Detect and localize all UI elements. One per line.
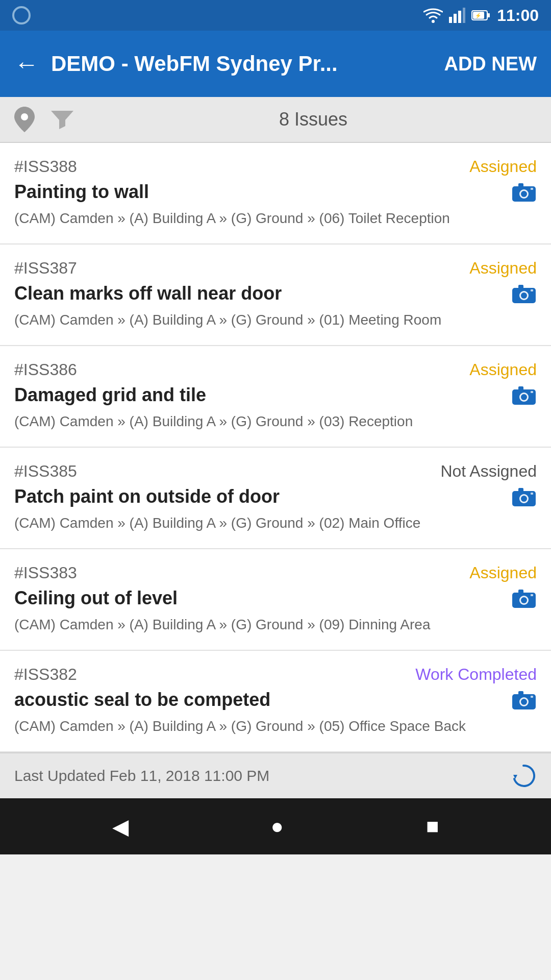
svg-text:⚡: ⚡ xyxy=(475,12,482,19)
filter-icon[interactable] xyxy=(51,109,73,130)
back-button[interactable]: ← xyxy=(14,50,39,78)
svg-rect-4 xyxy=(463,8,465,23)
issue-status: Assigned xyxy=(469,360,537,379)
issue-title-row: Damaged grid and tile xyxy=(14,384,537,406)
issue-item-ISS388[interactable]: #ISS388 Assigned Painting to wall (CAM) … xyxy=(0,143,551,244)
svg-rect-2 xyxy=(454,14,457,23)
issue-location: (CAM) Camden » (A) Building A » (G) Grou… xyxy=(14,208,537,229)
battery-icon: ⚡ xyxy=(471,10,491,21)
issue-item-ISS387[interactable]: #ISS387 Assigned Clean marks off wall ne… xyxy=(0,244,551,346)
camera-icon[interactable] xyxy=(511,181,537,203)
issue-title-row: Ceiling out of level xyxy=(14,587,537,609)
svg-rect-14 xyxy=(531,188,533,190)
camera-icon[interactable] xyxy=(511,587,537,609)
issue-header: #ISS382 Work Completed xyxy=(14,665,537,684)
svg-point-12 xyxy=(521,191,527,197)
status-bar-left xyxy=(12,6,31,24)
svg-point-22 xyxy=(521,394,527,400)
nav-home-button[interactable]: ● xyxy=(271,814,284,839)
issue-header: #ISS388 Assigned xyxy=(14,157,537,176)
svg-rect-18 xyxy=(518,285,523,289)
svg-point-0 xyxy=(432,20,435,23)
svg-rect-13 xyxy=(518,183,523,187)
footer: Last Updated Feb 11, 2018 11:00 PM xyxy=(0,752,551,798)
issue-title: Painting to wall xyxy=(14,181,149,203)
last-updated-text: Last Updated Feb 11, 2018 11:00 PM xyxy=(14,767,269,785)
issue-id: #ISS386 xyxy=(14,360,77,379)
issue-status: Work Completed xyxy=(415,665,537,684)
issue-item-ISS383[interactable]: #ISS383 Assigned Ceiling out of level (C… xyxy=(0,549,551,651)
nav-bar: ◀ ● ■ xyxy=(0,798,551,854)
svg-point-37 xyxy=(521,699,527,705)
svg-rect-39 xyxy=(531,696,533,698)
signal-icon xyxy=(449,8,465,23)
svg-rect-24 xyxy=(531,391,533,393)
location-icon[interactable] xyxy=(14,107,35,132)
issue-status: Assigned xyxy=(469,259,537,278)
issue-list: #ISS388 Assigned Painting to wall (CAM) … xyxy=(0,143,551,752)
issue-title-row: Patch paint on outside of door xyxy=(14,486,537,507)
issue-title: Clean marks off wall near door xyxy=(14,283,282,304)
issue-status: Assigned xyxy=(469,564,537,582)
nav-recent-button[interactable]: ■ xyxy=(426,814,439,839)
camera-icon[interactable] xyxy=(511,689,537,710)
issue-header: #ISS386 Assigned xyxy=(14,360,537,379)
status-indicator xyxy=(12,6,31,24)
svg-point-27 xyxy=(521,496,527,502)
issue-title: Ceiling out of level xyxy=(14,587,178,609)
svg-point-32 xyxy=(521,597,527,603)
issue-status: Assigned xyxy=(469,157,537,176)
svg-rect-3 xyxy=(458,11,461,23)
time-display: 11:00 xyxy=(497,6,539,25)
svg-rect-19 xyxy=(531,289,533,291)
issue-location: (CAM) Camden » (A) Building A » (G) Grou… xyxy=(14,512,537,534)
issue-title-row: acoustic seal to be competed xyxy=(14,689,537,710)
issue-id: #ISS382 xyxy=(14,665,77,684)
svg-point-9 xyxy=(21,113,28,120)
issue-header: #ISS387 Assigned xyxy=(14,259,537,278)
issue-id: #ISS385 xyxy=(14,462,77,481)
svg-rect-33 xyxy=(518,590,523,594)
svg-rect-34 xyxy=(531,594,533,596)
svg-rect-1 xyxy=(449,17,452,23)
filter-bar: 8 Issues xyxy=(0,97,551,143)
issue-count: 8 Issues xyxy=(90,109,537,130)
issue-item-ISS385[interactable]: #ISS385 Not Assigned Patch paint on outs… xyxy=(0,448,551,549)
issue-title-row: Clean marks off wall near door xyxy=(14,283,537,304)
issue-location: (CAM) Camden » (A) Building A » (G) Grou… xyxy=(14,716,537,737)
refresh-button[interactable] xyxy=(510,763,537,789)
issue-header: #ISS385 Not Assigned xyxy=(14,462,537,481)
issue-location: (CAM) Camden » (A) Building A » (G) Grou… xyxy=(14,614,537,635)
add-new-button[interactable]: ADD NEW xyxy=(444,53,537,75)
wifi-icon xyxy=(423,8,443,23)
svg-rect-23 xyxy=(518,386,523,390)
issue-item-ISS386[interactable]: #ISS386 Assigned Damaged grid and tile (… xyxy=(0,346,551,448)
svg-point-17 xyxy=(521,292,527,299)
issue-id: #ISS383 xyxy=(14,564,77,582)
page-title: DEMO - WebFM Sydney Pr... xyxy=(51,52,432,76)
svg-rect-38 xyxy=(518,691,523,695)
status-bar: ⚡ 11:00 xyxy=(0,0,551,31)
issue-location: (CAM) Camden » (A) Building A » (G) Grou… xyxy=(14,309,537,331)
issue-title: Damaged grid and tile xyxy=(14,384,206,406)
svg-rect-6 xyxy=(487,13,490,17)
issue-item-ISS382[interactable]: #ISS382 Work Completed acoustic seal to … xyxy=(0,651,551,752)
issue-location: (CAM) Camden » (A) Building A » (G) Grou… xyxy=(14,411,537,432)
issue-id: #ISS388 xyxy=(14,157,77,176)
issue-title-row: Painting to wall xyxy=(14,181,537,203)
issue-header: #ISS383 Assigned xyxy=(14,564,537,582)
status-bar-right: ⚡ 11:00 xyxy=(423,6,539,25)
camera-icon[interactable] xyxy=(511,384,537,406)
svg-rect-28 xyxy=(518,488,523,492)
issue-id: #ISS387 xyxy=(14,259,77,278)
issue-status: Not Assigned xyxy=(440,462,537,481)
issue-title: acoustic seal to be competed xyxy=(14,689,270,710)
nav-back-button[interactable]: ◀ xyxy=(112,814,129,839)
issue-title: Patch paint on outside of door xyxy=(14,486,280,507)
camera-icon[interactable] xyxy=(511,486,537,507)
camera-icon[interactable] xyxy=(511,283,537,304)
app-bar: ← DEMO - WebFM Sydney Pr... ADD NEW xyxy=(0,31,551,97)
svg-rect-29 xyxy=(531,493,533,495)
